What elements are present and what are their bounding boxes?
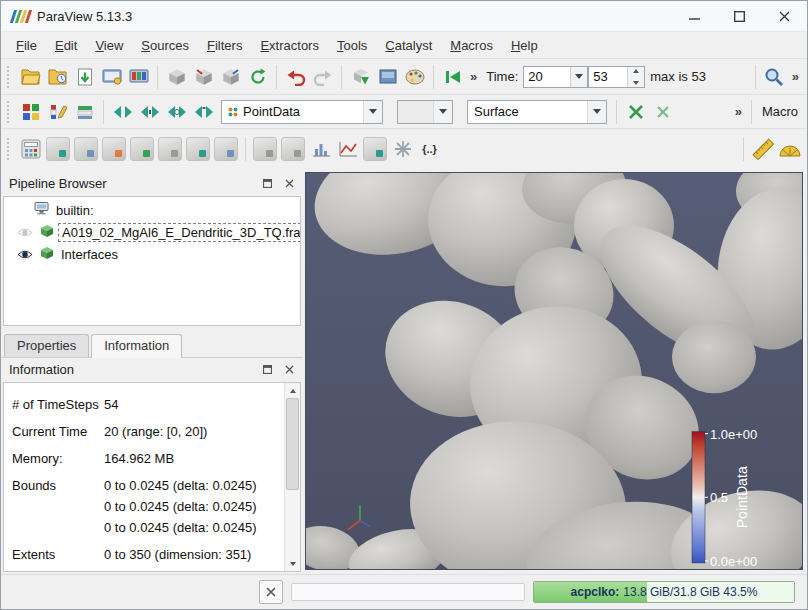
histogram-icon[interactable] [307, 136, 334, 162]
menu-extractors[interactable]: Extractors [251, 34, 328, 57]
edit-color-map-icon[interactable] [44, 99, 71, 125]
clip-icon[interactable] [74, 137, 98, 161]
component-selector[interactable] [397, 100, 453, 124]
reset-camera-icon[interactable] [163, 64, 190, 90]
pipeline-item-label[interactable]: A019_02_MgAl6_E_Dendritic_3D_TQ.frac [58, 223, 301, 242]
scroll-up-icon[interactable] [285, 383, 300, 398]
color-palette-icon[interactable] [401, 64, 428, 90]
zoom-to-box-icon[interactable] [190, 64, 217, 90]
render-view[interactable]: 1.0e+00 0.5 0.0e+00 PointData [305, 172, 803, 570]
toolbar-handle[interactable] [7, 101, 13, 123]
extract-subset-icon[interactable] [158, 137, 182, 161]
save-animation-icon[interactable] [125, 64, 152, 90]
toolbar-overflow-chevron-icon[interactable]: » [731, 104, 746, 119]
contour-icon[interactable] [46, 137, 70, 161]
first-frame-icon[interactable] [439, 64, 466, 90]
colorbar-max-label: 1.0e+00 [710, 427, 757, 442]
menu-filters[interactable]: Filters [198, 34, 251, 57]
pipeline-item-builtin[interactable]: builtin: [4, 199, 300, 221]
zoom-to-data-icon[interactable] [622, 99, 649, 125]
stream-tracer-icon[interactable] [214, 137, 238, 161]
threshold-icon[interactable] [130, 137, 154, 161]
chevron-down-icon[interactable] [570, 67, 587, 87]
undock-icon[interactable] [259, 361, 275, 377]
close-panel-icon[interactable] [281, 175, 297, 191]
undock-icon[interactable] [259, 175, 275, 191]
menu-macros[interactable]: Macros [441, 34, 502, 57]
toolbar-handle[interactable] [7, 138, 13, 160]
rescale-temporal-range-icon[interactable] [163, 99, 190, 125]
rescale-to-data-range-icon[interactable] [109, 99, 136, 125]
group-datasets-icon[interactable] [253, 137, 277, 161]
chevron-down-icon[interactable] [433, 101, 452, 123]
open-recent-icon[interactable] [44, 64, 71, 90]
rescale-visible-range-icon[interactable] [190, 99, 217, 125]
point-data-icon [228, 107, 238, 117]
save-data-icon[interactable] [71, 64, 98, 90]
abort-progress-button[interactable] [259, 580, 283, 604]
menu-help[interactable]: Help [502, 34, 547, 57]
menu-tools[interactable]: Tools [328, 34, 376, 57]
glyph-filter-icon[interactable] [186, 137, 210, 161]
rescale-custom-range-icon[interactable] [136, 99, 163, 125]
pipeline-item-label[interactable]: Interfaces [58, 246, 121, 263]
spin-arrows-icon[interactable] [627, 67, 644, 87]
vary-colors-icon[interactable] [17, 99, 44, 125]
pipeline-browser[interactable]: builtin: A019_02_MgAl6_E_Dendritic_3D_TQ… [3, 196, 301, 326]
calculator-icon[interactable] [17, 136, 44, 162]
pipeline-item-interfaces[interactable]: Interfaces [4, 243, 300, 265]
scrollbar-thumb[interactable] [286, 398, 299, 490]
color-array-selector[interactable]: PointData [221, 100, 383, 124]
reset-camera-closest-icon[interactable] [217, 64, 244, 90]
tab-information[interactable]: Information [91, 334, 182, 358]
extract-block-icon[interactable] [281, 137, 305, 161]
visibility-eye-icon[interactable] [14, 227, 36, 238]
visibility-eye-icon[interactable] [14, 249, 36, 260]
protractor-icon[interactable] [776, 136, 803, 162]
ruler-icon[interactable] [749, 136, 776, 162]
time-value-input[interactable] [524, 67, 570, 87]
toolbar-overflow-chevron-icon[interactable]: » [788, 69, 803, 84]
temporal-interpolator-icon[interactable] [389, 136, 416, 162]
render-view-icon[interactable] [374, 64, 401, 90]
close-panel-icon[interactable] [281, 361, 297, 377]
info-value: 0 to 0.0245 (delta: 0.0245) [104, 476, 257, 495]
python-calculator-icon[interactable]: {..} [416, 136, 443, 162]
pipeline-item-source[interactable]: A019_02_MgAl6_E_Dendritic_3D_TQ.frac [4, 221, 300, 243]
open-file-icon[interactable] [17, 64, 44, 90]
information-scrollbar[interactable] [284, 383, 300, 571]
reload-icon[interactable] [244, 64, 271, 90]
scroll-down-icon[interactable] [285, 556, 300, 571]
menu-file[interactable]: File [7, 34, 46, 57]
frame-spinbox[interactable] [588, 66, 645, 88]
zoom-closest-to-data-icon[interactable] [649, 99, 676, 125]
capture-screenshot-icon[interactable] [98, 64, 125, 90]
menu-sources[interactable]: Sources [132, 34, 198, 57]
pipeline-item-label[interactable]: builtin: [53, 202, 97, 219]
undo-icon[interactable] [282, 64, 309, 90]
maximize-icon[interactable] [717, 1, 762, 31]
menu-view[interactable]: View [86, 34, 132, 57]
paraview-window: ParaView 5.13.3 File Edit View Sources F… [0, 0, 808, 610]
chevron-down-icon[interactable] [363, 101, 382, 123]
frame-input[interactable] [589, 67, 627, 87]
progress-bar-track [291, 583, 525, 601]
search-icon[interactable] [761, 64, 788, 90]
time-value-spinbox[interactable] [523, 66, 588, 88]
chevron-down-icon[interactable] [587, 101, 606, 123]
dock-tab-bar: Properties Information [1, 326, 303, 357]
slice-icon[interactable] [102, 137, 126, 161]
minimize-icon[interactable] [672, 1, 717, 31]
menu-catalyst[interactable]: Catalyst [376, 34, 441, 57]
representation-selector[interactable]: Surface [467, 100, 607, 124]
menu-edit[interactable]: Edit [46, 34, 86, 57]
auto-apply-icon[interactable] [347, 64, 374, 90]
vcr-overflow-chevron-icon[interactable]: » [466, 69, 481, 84]
tab-properties[interactable]: Properties [4, 334, 89, 357]
choose-preset-icon[interactable] [71, 99, 98, 125]
close-icon[interactable] [762, 1, 807, 31]
probe-location-icon[interactable] [363, 137, 387, 161]
plot-over-line-icon[interactable] [334, 136, 361, 162]
redo-icon[interactable] [309, 64, 336, 90]
toolbar-handle[interactable] [7, 66, 13, 88]
